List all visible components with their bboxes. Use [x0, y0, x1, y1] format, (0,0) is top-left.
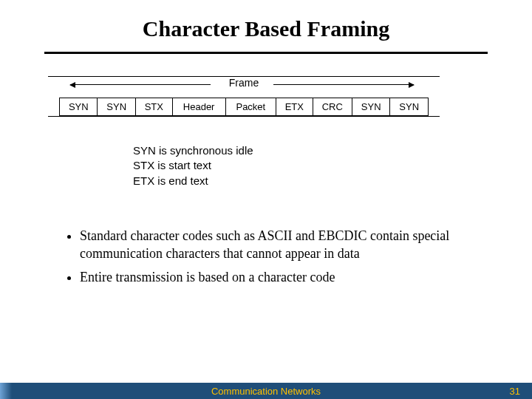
list-item: Entire transmission is based on a charac… — [80, 268, 480, 286]
cell-syn: SYN — [390, 98, 429, 116]
legend-stx: STX is start text — [133, 158, 532, 173]
title-underline — [44, 52, 488, 54]
slide: Character Based Framing Frame SYN SYN ST… — [0, 0, 532, 399]
footer-gradient — [0, 383, 12, 399]
list-item: Standard character codes such as ASCII a… — [80, 227, 480, 263]
cell-syn: SYN — [352, 98, 389, 116]
diagram-bottom-line — [48, 116, 440, 117]
cell-crc: CRC — [313, 98, 352, 116]
cell-syn: SYN — [98, 98, 135, 116]
frame-label-row: Frame — [59, 77, 429, 95]
frame-diagram: Frame SYN SYN STX Header Packet ETX CRC … — [59, 76, 429, 117]
page-number: 31 — [510, 386, 520, 397]
legend: SYN is synchronous idle STX is start tex… — [133, 143, 532, 188]
footer-bar: Communication Networks 31 — [0, 383, 532, 399]
legend-etx: ETX is end text — [133, 174, 532, 188]
frame-table: SYN SYN STX Header Packet ETX CRC SYN SY… — [59, 98, 429, 116]
cell-header: Header — [172, 98, 225, 116]
arrow-left-icon — [70, 84, 211, 85]
arrow-right-icon — [273, 84, 414, 85]
legend-syn: SYN is synchronous idle — [133, 143, 532, 158]
slide-title: Character Based Framing — [0, 0, 532, 41]
cell-etx: ETX — [276, 98, 313, 116]
frame-label: Frame — [229, 77, 259, 89]
bullet-list: Standard character codes such as ASCII a… — [66, 227, 480, 287]
cell-syn: SYN — [60, 98, 98, 116]
cell-packet: Packet — [225, 98, 276, 116]
footer-title: Communication Networks — [211, 386, 321, 397]
cell-stx: STX — [135, 98, 172, 116]
